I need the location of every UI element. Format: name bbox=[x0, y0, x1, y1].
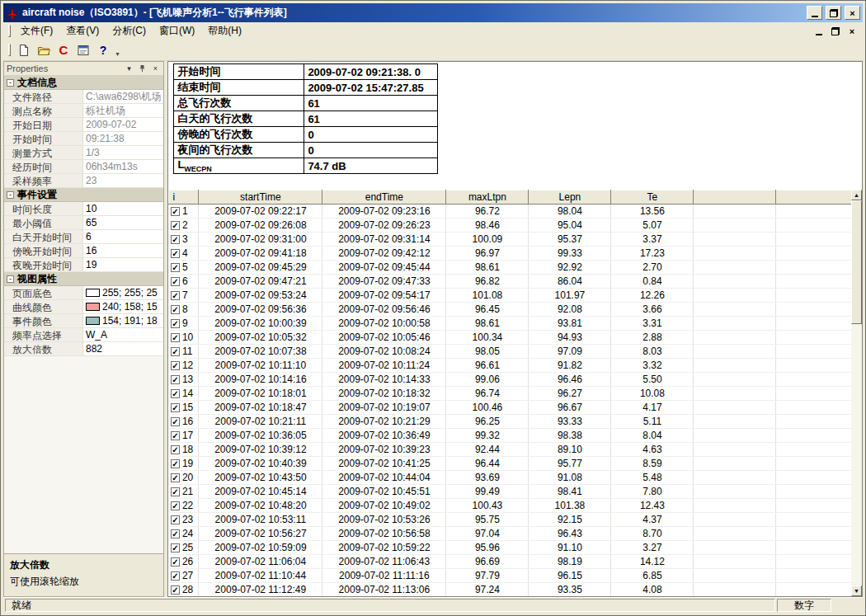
property-row[interactable]: 放大倍数882 bbox=[4, 342, 163, 356]
property-row[interactable]: 傍晚开始时间16 bbox=[4, 244, 163, 258]
close-button[interactable]: × bbox=[845, 6, 860, 20]
properties-window-button[interactable] bbox=[73, 41, 93, 59]
menu-grip[interactable] bbox=[8, 25, 11, 37]
mdi-close-button[interactable]: × bbox=[845, 25, 859, 38]
property-value[interactable]: 882 bbox=[83, 342, 163, 355]
property-value[interactable]: 23 bbox=[83, 174, 163, 187]
event-checkbox-icon[interactable]: ✓ bbox=[171, 221, 180, 230]
collapse-icon[interactable]: - bbox=[7, 79, 14, 87]
menu-window[interactable]: 窗口(W) bbox=[153, 22, 201, 40]
property-category[interactable]: -视图属性 bbox=[4, 272, 163, 286]
event-row[interactable]: ✓132009-07-02 10:14:162009-07-02 10:14:3… bbox=[169, 373, 863, 387]
column-header-startTime[interactable]: startTime bbox=[199, 190, 322, 205]
menu-file[interactable]: 文件(F) bbox=[14, 22, 59, 40]
event-row[interactable]: ✓162009-07-02 10:21:112009-07-02 10:21:2… bbox=[169, 415, 863, 429]
event-row[interactable]: ✓22009-07-02 09:26:082009-07-02 09:26:23… bbox=[169, 219, 863, 233]
event-row[interactable]: ✓42009-07-02 09:41:182009-07-02 09:42:12… bbox=[169, 247, 863, 261]
property-row[interactable]: 夜晚开始时间19 bbox=[4, 258, 163, 272]
restore-button[interactable] bbox=[826, 6, 841, 20]
property-value[interactable]: 19 bbox=[83, 258, 163, 271]
menu-view[interactable]: 查看(V) bbox=[59, 22, 106, 40]
title-bar[interactable]: aircraft noise（ISO3891）- [飞机噪声分析1--飞行事件列… bbox=[3, 3, 863, 22]
column-header-Lepn[interactable]: Lepn bbox=[529, 190, 611, 205]
event-checkbox-icon[interactable]: ✓ bbox=[171, 263, 180, 272]
column-header-endTime[interactable]: endTime bbox=[322, 190, 446, 205]
property-row[interactable]: 频率点选择W_A bbox=[4, 328, 163, 342]
event-checkbox-icon[interactable]: ✓ bbox=[171, 459, 180, 468]
panel-pin-button[interactable] bbox=[136, 63, 148, 74]
property-row[interactable]: 页面底色255; 255; 25 bbox=[4, 286, 163, 300]
property-category[interactable]: -事件设置 bbox=[4, 188, 163, 202]
event-checkbox-icon[interactable]: ✓ bbox=[171, 571, 180, 581]
property-value[interactable]: 1/3 bbox=[83, 146, 163, 159]
event-row[interactable]: ✓122009-07-02 10:11:102009-07-02 10:11:2… bbox=[169, 359, 863, 373]
event-checkbox-icon[interactable]: ✓ bbox=[171, 515, 180, 524]
collapse-icon[interactable]: - bbox=[7, 191, 14, 199]
property-row[interactable]: 开始时间09:21:38 bbox=[4, 132, 163, 146]
property-value[interactable]: C:\awa6298\机场 bbox=[83, 90, 163, 103]
event-row[interactable]: ✓272009-07-02 11:10:442009-07-02 11:11:1… bbox=[169, 569, 863, 583]
event-checkbox-icon[interactable]: ✓ bbox=[171, 249, 180, 258]
property-row[interactable]: 测点名称栎社机场 bbox=[4, 104, 163, 118]
new-document-button[interactable] bbox=[14, 41, 34, 59]
event-checkbox-icon[interactable]: ✓ bbox=[171, 445, 180, 454]
event-checkbox-icon[interactable]: ✓ bbox=[171, 389, 180, 398]
property-value[interactable]: W_A bbox=[83, 328, 163, 341]
property-value[interactable]: 255; 255; 25 bbox=[83, 286, 163, 299]
c-weighting-button[interactable]: C bbox=[54, 41, 73, 59]
event-row[interactable]: ✓282009-07-02 11:12:492009-07-02 11:13:0… bbox=[169, 583, 863, 597]
property-value[interactable]: 09:21:38 bbox=[83, 132, 163, 145]
mdi-restore-button[interactable] bbox=[828, 25, 843, 38]
event-row[interactable]: ✓112009-07-02 10:07:382009-07-02 10:08:2… bbox=[169, 345, 863, 359]
property-row[interactable]: 曲线颜色240; 158; 15 bbox=[4, 300, 163, 314]
property-row[interactable]: 时间长度10 bbox=[4, 202, 163, 216]
event-row[interactable]: ✓12009-07-02 09:22:172009-07-02 09:23:16… bbox=[169, 205, 863, 219]
property-row[interactable]: 最小阈值65 bbox=[4, 216, 163, 230]
property-value[interactable]: 栎社机场 bbox=[83, 104, 163, 117]
property-value[interactable]: 6 bbox=[83, 230, 163, 243]
panel-close-button[interactable]: × bbox=[149, 63, 161, 74]
event-checkbox-icon[interactable]: ✓ bbox=[171, 375, 180, 384]
property-value[interactable]: 240; 158; 15 bbox=[83, 300, 163, 313]
mdi-minimize-button[interactable] bbox=[812, 25, 826, 38]
event-checkbox-icon[interactable]: ✓ bbox=[171, 431, 180, 440]
event-row[interactable]: ✓102009-07-02 10:05:322009-07-02 10:05:4… bbox=[169, 331, 863, 345]
event-row[interactable]: ✓262009-07-02 11:06:042009-07-02 11:06:4… bbox=[169, 555, 863, 569]
event-row[interactable]: ✓52009-07-02 09:45:292009-07-02 09:45:44… bbox=[169, 261, 863, 275]
event-checkbox-icon[interactable]: ✓ bbox=[171, 333, 180, 342]
event-checkbox-icon[interactable]: ✓ bbox=[171, 473, 180, 482]
event-checkbox-icon[interactable]: ✓ bbox=[171, 557, 180, 567]
property-row[interactable]: 事件颜色154; 191; 18 bbox=[4, 314, 163, 328]
event-checkbox-icon[interactable]: ✓ bbox=[171, 207, 180, 216]
event-checkbox-icon[interactable]: ✓ bbox=[171, 291, 180, 300]
event-checkbox-icon[interactable]: ✓ bbox=[171, 361, 180, 370]
event-checkbox-icon[interactable]: ✓ bbox=[171, 417, 180, 426]
event-row[interactable]: ✓62009-07-02 09:47:212009-07-02 09:47:33… bbox=[169, 275, 863, 289]
toolbar-grip[interactable] bbox=[8, 44, 11, 56]
property-value[interactable]: 10 bbox=[83, 202, 163, 215]
event-checkbox-icon[interactable]: ✓ bbox=[171, 529, 180, 538]
open-folder-button[interactable] bbox=[34, 41, 54, 59]
event-row[interactable]: ✓92009-07-02 10:00:392009-07-02 10:00:58… bbox=[169, 317, 863, 331]
help-button[interactable]: ? bbox=[93, 41, 113, 59]
event-row[interactable]: ✓242009-07-02 10:56:272009-07-02 10:56:5… bbox=[169, 527, 863, 541]
event-row[interactable]: ✓212009-07-02 10:45:142009-07-02 10:45:5… bbox=[169, 485, 863, 499]
event-checkbox-icon[interactable]: ✓ bbox=[171, 319, 180, 328]
event-row[interactable]: ✓252009-07-02 10:59:092009-07-02 10:59:2… bbox=[169, 541, 863, 555]
event-row[interactable]: ✓72009-07-02 09:53:242009-07-02 09:54:17… bbox=[169, 289, 863, 303]
scroll-down-button[interactable]: ▼ bbox=[851, 585, 862, 596]
properties-panel-header[interactable]: Properties ▾ × bbox=[4, 62, 163, 76]
minimize-button[interactable] bbox=[807, 6, 822, 20]
scrollbar-thumb[interactable] bbox=[851, 200, 862, 324]
property-value[interactable]: 06h34m13s bbox=[83, 160, 163, 173]
event-checkbox-icon[interactable]: ✓ bbox=[171, 235, 180, 244]
property-category[interactable]: -文档信息 bbox=[4, 76, 163, 90]
scroll-up-button[interactable]: ▲ bbox=[851, 190, 862, 200]
property-value[interactable]: 16 bbox=[83, 244, 163, 257]
event-checkbox-icon[interactable]: ✓ bbox=[171, 403, 180, 412]
menu-help[interactable]: 帮助(H) bbox=[201, 22, 248, 40]
property-row[interactable]: 文件路径C:\awa6298\机场 bbox=[4, 90, 163, 104]
column-header-i[interactable]: i bbox=[169, 190, 199, 205]
property-value[interactable]: 2009-07-02 bbox=[83, 118, 163, 131]
event-row[interactable]: ✓172009-07-02 10:36:052009-07-02 10:36:4… bbox=[169, 429, 863, 443]
